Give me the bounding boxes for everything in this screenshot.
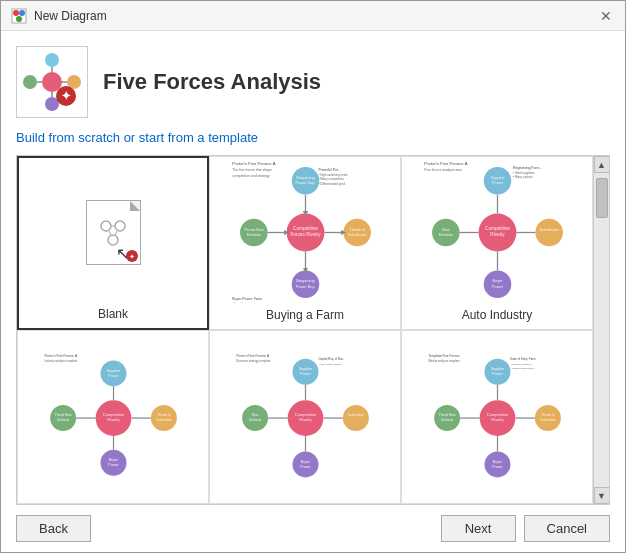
svg-text:✦: ✦ [61,89,71,103]
svg-text:Power: Power [492,372,503,376]
svg-line-20 [115,231,117,235]
svg-text:New: New [251,413,258,417]
template-auto-industry[interactable]: Porter's Five Forces: A Five forces anal… [401,156,593,330]
svg-text:Market analysis template: Market analysis template [428,359,460,363]
svg-text:Power: Power [108,463,119,467]
close-button[interactable]: ✕ [597,7,615,25]
template-6[interactable]: Template Five Forces Market analysis tem… [401,330,593,504]
scroll-down-arrow[interactable]: ▼ [594,487,610,504]
svg-text:Buyer: Buyer [300,459,310,463]
template-grid: ✦ ↖ Blank Porter's Five Forces: A [17,156,593,504]
svg-text:Porter's Five Forces: A: Porter's Five Forces: A [236,354,270,358]
svg-point-3 [16,16,22,22]
svg-line-19 [109,231,111,235]
svg-text:Supplier: Supplier [490,175,505,180]
svg-text:• High capital needed: • High capital needed [318,363,342,366]
svg-text:Rivalry: Rivalry [107,417,120,422]
svg-text:Power: Power [492,284,504,289]
svg-point-110 [342,405,368,431]
back-button[interactable]: Back [16,515,91,542]
svg-text:Threat of: Threat of [157,413,170,417]
template-4-img: Porter's Five Forces: A Industry analysi… [23,336,203,491]
five-forces-header-icon: ✦ [22,52,82,112]
svg-text:Power Sup.: Power Sup. [295,180,315,185]
svg-text:Threat New: Threat New [54,413,71,417]
svg-text:Buyer: Buyer [108,458,118,462]
template5-diagram: Porter's Five Forces: A Business strateg… [228,349,383,479]
scroll-track [594,173,609,487]
buying-farm-label: Buying a Farm [266,306,344,324]
svg-text:Substitutes: Substitutes [347,413,363,417]
svg-text:Competitive: Competitive [294,411,316,416]
header-section: ✦ Five Forces Analysis [16,46,610,118]
template-buying-farm[interactable]: Porter's Five Forces: A The five forces … [209,156,401,330]
svg-text:Forces Rivalry: Forces Rivalry [290,232,321,237]
blank-diagram-icon [98,218,128,248]
svg-text:Entrants: Entrants [57,418,69,422]
template-6-img: Template Five Forces Market analysis tem… [407,336,587,491]
new-diagram-dialog: New Diagram ✕ [0,0,626,553]
svg-point-16 [115,221,125,231]
svg-text:Power: Power [492,464,503,468]
template-5[interactable]: Porter's Five Forces: A Business strateg… [209,330,401,504]
auto-industry-diagram: Porter's Five Forces: A Five forces anal… [420,162,575,303]
svg-text:Capital Req. of Bus.: Capital Req. of Bus. [318,357,343,361]
svg-text:Competitive: Competitive [486,411,508,416]
auto-industry-label: Auto Industry [462,306,533,324]
svg-text:Rivalry: Rivalry [299,417,312,422]
svg-text:competition and strategy: competition and strategy [232,174,270,178]
scroll-thumb[interactable] [596,178,608,218]
content-area: ✦ Five Forces Analysis Build from scratc… [1,31,625,552]
svg-text:New: New [441,227,449,232]
svg-text:Entrants: Entrants [249,418,261,422]
svg-text:Registering Form...: Registering Form... [513,166,542,170]
svg-text:Porter's Five Forces: A: Porter's Five Forces: A [44,354,78,358]
template4-diagram: Porter's Five Forces: A Industry analysi… [36,349,191,479]
svg-text:Supplier: Supplier [298,367,312,371]
template6-diagram: Template Five Forces Market analysis tem… [420,349,575,479]
blank-label: Blank [98,305,128,323]
svg-point-1 [13,10,19,16]
svg-text:Substitutes: Substitutes [539,227,558,232]
svg-point-15 [101,221,111,231]
scrollbar: ▲ ▼ [593,156,609,504]
svg-text:• Zoning regulations: • Zoning regulations [510,363,532,366]
cursor-icon: ↖ [116,244,129,263]
scroll-up-arrow[interactable]: ▲ [594,156,610,173]
svg-text:Porter's Five Forces: A: Porter's Five Forces: A [232,162,275,166]
buying-farm-diagram: Porter's Five Forces: A The five forces … [228,162,383,303]
svg-text:Power: Power [300,464,311,468]
svg-text:• Few buyers: • Few buyers [232,302,250,303]
svg-text:Competitive: Competitive [293,226,318,231]
svg-text:Supplier: Supplier [106,368,120,372]
footer-left: Back [16,515,91,542]
template-5-img: Porter's Five Forces: A Business strateg… [215,336,395,491]
blank-template-img: ✦ ↖ [24,163,202,302]
title-bar: New Diagram ✕ [1,1,625,31]
svg-text:Powerful Pot...: Powerful Pot... [318,168,340,172]
svg-text:Threat of: Threat of [349,227,365,232]
title-bar-left: New Diagram [11,8,107,24]
svg-text:• Many options: • Many options [513,175,533,179]
svg-text:Substitutes: Substitutes [347,232,366,237]
svg-text:Entrants: Entrants [438,232,452,237]
svg-text:Rivalry: Rivalry [490,232,505,237]
svg-text:✦: ✦ [129,253,135,260]
cancel-button[interactable]: Cancel [524,515,610,542]
svg-text:Five forces analysis auto: Five forces analysis auto [424,168,462,172]
diagram-title: Five Forces Analysis [103,69,321,95]
svg-text:Business strategy template: Business strategy template [236,359,270,363]
svg-text:Buyer Power: Farm: Buyer Power: Farm [232,297,262,301]
template-blank[interactable]: ✦ ↖ Blank [17,156,209,330]
svg-text:Threat New: Threat New [243,227,263,232]
svg-text:Porter's Five Forces: A: Porter's Five Forces: A [424,162,467,166]
svg-text:Competitive: Competitive [485,226,510,231]
svg-text:Substitutes: Substitutes [539,418,555,422]
svg-text:• Differentiated prod.: • Differentiated prod. [318,182,346,186]
next-button[interactable]: Next [441,515,516,542]
svg-text:Threat of: Threat of [541,413,554,417]
svg-text:Power: Power [492,180,504,185]
template-4[interactable]: Porter's Five Forces: A Industry analysi… [17,330,209,504]
subtitle: Build from scratch or start from a templ… [16,130,610,145]
svg-text:Buyer: Buyer [492,278,503,283]
